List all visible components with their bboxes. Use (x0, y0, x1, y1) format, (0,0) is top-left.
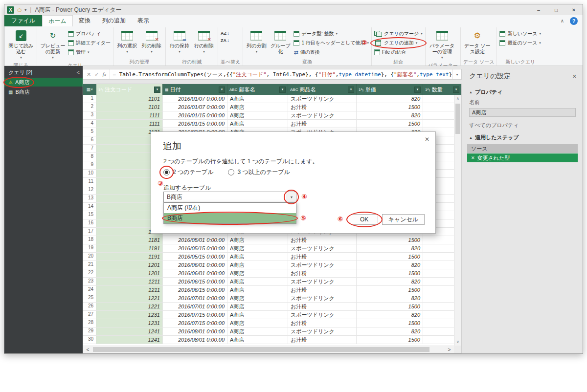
properties-section-header[interactable]: ▲ プロパティ (462, 86, 583, 98)
cell[interactable]: 1500 (357, 303, 423, 310)
cell[interactable]: 1101 (96, 95, 163, 103)
cell[interactable]: お汁粉 (288, 103, 357, 111)
cell[interactable]: 1231 (96, 311, 163, 319)
filter-dropdown-icon[interactable]: ▾ (414, 87, 421, 93)
data-type-button[interactable]: データ型: 整数 ▾ (294, 30, 369, 38)
combine-files-button[interactable]: File の結合 (374, 48, 423, 56)
cell[interactable] (423, 111, 454, 119)
cell[interactable]: 1231 (96, 319, 163, 327)
cell[interactable]: 1181 (96, 236, 163, 244)
row-number[interactable]: 8 (83, 153, 96, 161)
cell[interactable]: 820 (357, 294, 423, 302)
cell[interactable]: 1500 (357, 269, 423, 277)
cell[interactable]: A商店 (227, 327, 288, 335)
scroll-right-icon[interactable]: > (446, 346, 453, 353)
cell[interactable]: スポーツドリンク (288, 327, 357, 335)
append-queries-button[interactable]: クエリの追加 ▾ (374, 39, 423, 47)
cell[interactable]: 2016/06/01 0:00:00 (163, 261, 227, 269)
cell[interactable]: A商店 (227, 286, 288, 294)
data-source-settings-button[interactable]: ⚙ データ ソース設定 (463, 28, 492, 56)
vertical-scrollbar[interactable]: ∧ ∨ (454, 95, 461, 346)
cell[interactable]: スポーツドリンク (288, 261, 357, 269)
cell[interactable]: A商店 (227, 111, 288, 119)
choose-columns-button[interactable]: 列の選択 ▾ (116, 28, 138, 56)
row-number[interactable]: 4 (83, 120, 96, 128)
all-properties-link[interactable]: すべてのプロパティ (469, 122, 576, 129)
cell[interactable]: 2016/05/01 0:00:00 (163, 236, 227, 244)
column-header-4[interactable]: ABC商品名▾ (288, 84, 357, 95)
cell[interactable] (423, 294, 454, 302)
sidebar-item-query-2[interactable]: ▦B商店 (4, 87, 83, 96)
cell[interactable]: 1211 (96, 286, 163, 294)
cell[interactable]: お汁粉 (288, 253, 357, 261)
close-and-load-button[interactable]: ↙ 閉じて読み込む ▾ (8, 28, 34, 62)
cell[interactable]: A商店 (227, 261, 288, 269)
row-number[interactable]: 22 (83, 269, 96, 277)
cell[interactable]: 820 (357, 327, 423, 335)
radio-three-plus-tables[interactable]: 3 つ以上のテーブル (228, 168, 290, 176)
collapse-pane-icon[interactable]: < (77, 69, 80, 75)
cell[interactable]: 2016/06/15 0:00:00 (163, 286, 227, 294)
cell[interactable]: 2016/05/15 0:00:00 (163, 244, 227, 252)
cell[interactable]: スポーツドリンク (288, 95, 357, 103)
row-number[interactable]: 10 (83, 170, 96, 177)
cell[interactable]: A商店 (227, 236, 288, 244)
cell[interactable]: 2016/07/01 0:00:00 (163, 294, 227, 302)
filter-dropdown-icon[interactable]: ▾ (154, 87, 160, 93)
quick-access-dropdown-icon[interactable]: ▾ (24, 8, 26, 12)
cell[interactable]: お汁粉 (288, 120, 357, 128)
formula-input[interactable]: = Table.TransformColumnTypes(ソース,{{"注文コー… (110, 69, 452, 79)
cell[interactable]: 2016/07/15 0:00:00 (163, 311, 227, 319)
cell[interactable]: A商店 (227, 294, 288, 302)
cell[interactable]: A商店 (227, 95, 288, 103)
cell[interactable]: 1500 (357, 253, 423, 261)
row-number[interactable]: 20 (83, 253, 96, 261)
replace-values-button[interactable]: ⇄ 値の置換 (294, 48, 369, 56)
split-column-button[interactable]: 列の分割 ▾ (246, 28, 267, 56)
collapse-ribbon-icon[interactable]: ∧ (561, 18, 564, 23)
cell[interactable]: A商店 (227, 303, 288, 310)
row-number[interactable]: 18 (83, 236, 96, 244)
filter-dropdown-icon[interactable]: ▾ (279, 87, 286, 93)
cell[interactable] (423, 120, 454, 128)
query-name-input[interactable]: A商店 (469, 108, 576, 117)
row-number[interactable]: 12 (83, 186, 96, 194)
scroll-left-icon[interactable]: < (84, 346, 91, 353)
column-header-2[interactable]: ▦日付▾ (163, 84, 227, 95)
new-source-button[interactable]: 新しいソース ▾ (499, 30, 541, 38)
row-number[interactable]: 23 (83, 278, 96, 285)
ok-button[interactable]: OK (351, 214, 378, 225)
tab-2[interactable]: 変換 (73, 15, 96, 26)
help-icon[interactable]: ? (570, 17, 578, 25)
cell[interactable]: 1201 (96, 261, 163, 269)
sort-ascending-button[interactable]: AZ ↓ (221, 30, 229, 36)
merge-queries-button[interactable]: クエリのマージ ▾ (374, 30, 423, 38)
cell[interactable]: 1500 (357, 319, 423, 327)
cell[interactable] (423, 95, 454, 103)
cell[interactable]: 1241 (96, 336, 163, 344)
cell[interactable]: 820 (357, 95, 423, 103)
feedback-smiley-icon[interactable]: ☺ (16, 7, 23, 13)
cell[interactable]: 820 (357, 311, 423, 319)
formula-cancel-icon[interactable]: ✕ (87, 71, 91, 78)
cell[interactable] (423, 327, 454, 335)
cell[interactable] (423, 103, 454, 111)
cell[interactable]: 2016/06/01 0:00:00 (163, 269, 227, 277)
row-number[interactable]: 13 (83, 195, 96, 202)
remove-rows-button[interactable]: 行の削除 ▾ (193, 28, 215, 56)
sidebar-item-query-1[interactable]: ⚠A商店 (4, 78, 83, 87)
row-number[interactable]: 1 (83, 95, 96, 103)
cell[interactable]: スポーツドリンク (288, 311, 357, 319)
group-by-button[interactable]: グループ化 (269, 28, 292, 56)
cell[interactable]: 1500 (357, 120, 423, 128)
cell[interactable]: 1191 (96, 244, 163, 252)
tab-file[interactable]: ファイル (4, 15, 42, 26)
horizontal-scrollbar[interactable]: < > (83, 346, 454, 353)
cell[interactable] (423, 244, 454, 252)
row-number[interactable]: 21 (83, 261, 96, 269)
cell[interactable]: 820 (357, 261, 423, 269)
cell[interactable]: 2016/07/15 0:00:00 (163, 319, 227, 327)
table-combobox[interactable]: B商店 ▾ (163, 192, 296, 202)
settings-close-icon[interactable]: ✕ (572, 73, 577, 80)
cell[interactable]: 1111 (96, 120, 163, 128)
